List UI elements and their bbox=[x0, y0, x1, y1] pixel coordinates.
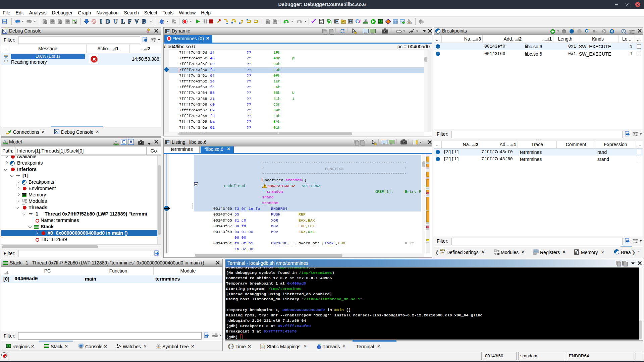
svg-text:DT: DT bbox=[342, 21, 344, 23]
svg-text:01: 01 bbox=[575, 252, 577, 254]
svg-text:01: 01 bbox=[320, 21, 322, 23]
